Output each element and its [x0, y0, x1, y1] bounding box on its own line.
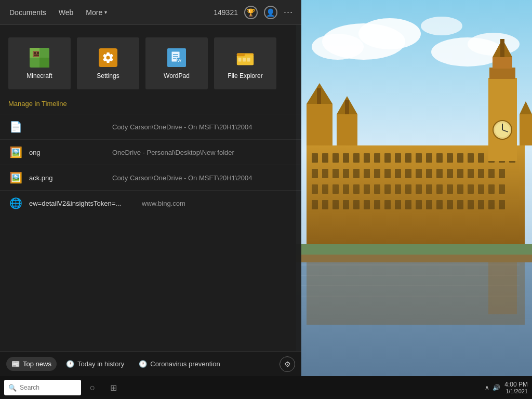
svg-rect-81: [416, 200, 422, 209]
svg-rect-113: [39, 58, 49, 68]
svg-rect-56: [353, 184, 360, 194]
clock[interactable]: 4:00 PM 1/1/2021: [504, 381, 528, 394]
coronavirus-icon: 🕐: [139, 360, 147, 368]
news-icon: 📰: [11, 360, 20, 368]
svg-text:W: W: [177, 58, 181, 63]
tab-today-history[interactable]: 🕐 Today in history: [61, 357, 129, 371]
recent-item-3-icon: 🖼️: [8, 170, 23, 185]
panel-nav: Documents Web More ▾ 149321 🏆 👤 ···: [0, 0, 301, 25]
svg-point-6: [421, 17, 462, 35]
recent-item-2-icon: 🖼️: [8, 145, 23, 159]
recent-item-4-name: ew=detailV2&insightsToken=...: [29, 200, 121, 207]
tab-top-news[interactable]: 📰 Top news: [6, 357, 57, 371]
svg-rect-62: [416, 184, 422, 194]
file-explorer-icon: [235, 47, 256, 68]
svg-rect-45: [436, 169, 443, 178]
svg-rect-19: [374, 153, 380, 163]
tab-coronavirus[interactable]: 🕐 Coronavirus prevention: [134, 357, 225, 371]
svg-rect-64: [436, 184, 443, 194]
svg-rect-65: [447, 184, 453, 194]
taskbar-tray: ∧ 🔊 4:00 PM 1/1/2021: [485, 381, 528, 394]
svg-rect-89: [499, 200, 505, 209]
tile-wordpad[interactable]: W WordPad: [145, 37, 208, 89]
recent-item-3[interactable]: 🖼️ ack.png Cody Carson\OneDrive - On MSF…: [0, 165, 301, 190]
svg-rect-75: [353, 200, 360, 209]
history-icon: 🕐: [66, 360, 74, 368]
svg-rect-88: [488, 200, 495, 209]
svg-rect-38: [364, 169, 370, 178]
svg-rect-22: [405, 153, 411, 163]
recent-item-1-icon: 📄: [8, 119, 23, 134]
svg-rect-77: [374, 200, 380, 209]
svg-rect-128: [238, 58, 242, 62]
svg-rect-93: [337, 114, 357, 145]
svg-rect-13: [312, 153, 318, 163]
tile-wordpad-label: WordPad: [164, 72, 190, 79]
tile-settings-label: Settings: [97, 72, 119, 79]
recent-item-4-path: www.bing.com: [142, 200, 185, 207]
svg-rect-95: [345, 100, 349, 114]
nav-web[interactable]: Web: [58, 6, 75, 19]
svg-rect-40: [384, 169, 391, 178]
svg-rect-27: [457, 153, 463, 163]
tab-top-news-label: Top news: [23, 360, 51, 368]
nav-documents[interactable]: Documents: [8, 6, 47, 19]
volume-icon[interactable]: 🔊: [493, 384, 500, 391]
svg-rect-52: [312, 184, 318, 194]
svg-rect-127: [237, 53, 245, 56]
recent-files-section: 📄 Cody Carson\OneDrive - On MSFT\20H1\20…: [0, 114, 301, 351]
svg-rect-20: [384, 153, 391, 163]
recent-item-3-path: Cody Carson\OneDrive - On MSFT\20H1\2004: [112, 174, 252, 182]
svg-rect-87: [478, 200, 484, 209]
svg-rect-46: [447, 169, 453, 178]
task-view-button[interactable]: ⊞: [104, 378, 123, 397]
profile-icon[interactable]: 👤: [264, 6, 277, 19]
search-box[interactable]: 🔍: [4, 380, 81, 395]
cortana-button[interactable]: ○: [83, 378, 102, 397]
nav-more-label: More: [86, 8, 102, 17]
svg-rect-55: [343, 184, 349, 194]
show-hidden-icon[interactable]: ∧: [485, 384, 489, 391]
svg-rect-117: [34, 55, 39, 56]
svg-point-2: [358, 18, 421, 49]
svg-rect-76: [364, 200, 370, 209]
svg-rect-14: [322, 153, 328, 163]
svg-rect-115: [34, 52, 36, 54]
recent-item-3-info: ack.png Cody Carson\OneDrive - On MSFT\2…: [29, 174, 293, 182]
svg-rect-68: [478, 184, 484, 194]
svg-rect-80: [405, 200, 411, 209]
recent-item-4[interactable]: 🌐 ew=detailV2&insightsToken=... www.bing…: [0, 190, 301, 216]
tile-file-explorer-label: File Explorer: [228, 72, 262, 79]
cortana-icon: ○: [90, 382, 96, 393]
manage-in-timeline-link[interactable]: Manage in Timeline: [0, 98, 301, 114]
taskbar: 🔍 ○ ⊞ ∧ 🔊 4:00 PM 1/1/2021: [0, 376, 532, 399]
recent-item-3-name: ack.png: [29, 174, 91, 182]
tile-minecraft[interactable]: Minecraft: [8, 37, 71, 89]
svg-rect-58: [374, 184, 380, 194]
svg-rect-51: [499, 169, 505, 178]
svg-rect-104: [500, 39, 504, 57]
nav-more[interactable]: More ▾: [85, 6, 108, 19]
svg-rect-110: [488, 262, 517, 314]
svg-rect-37: [353, 169, 360, 178]
more-dots-icon[interactable]: ···: [284, 7, 293, 18]
news-settings-button[interactable]: ⚙: [280, 356, 295, 372]
svg-rect-70: [499, 184, 505, 194]
svg-rect-85: [457, 200, 463, 209]
wordpad-icon: W: [166, 47, 187, 68]
svg-point-3: [312, 34, 364, 60]
recent-item-2[interactable]: 🖼️ ong OneDrive - Personal\Desktop\New f…: [0, 139, 301, 165]
svg-rect-57: [364, 184, 370, 194]
svg-rect-69: [488, 184, 495, 194]
svg-rect-24: [426, 153, 432, 163]
svg-rect-16: [343, 153, 349, 163]
trophy-icon[interactable]: 🏆: [244, 6, 258, 19]
tile-settings[interactable]: Settings: [77, 37, 139, 89]
recent-item-1[interactable]: 📄 Cody Carson\OneDrive - On MSFT\20H1\20…: [0, 114, 301, 139]
svg-rect-48: [468, 169, 474, 178]
tile-file-explorer[interactable]: File Explorer: [214, 37, 276, 89]
svg-rect-86: [468, 200, 474, 209]
svg-rect-42: [405, 169, 411, 178]
svg-rect-44: [426, 169, 432, 178]
svg-rect-67: [468, 184, 474, 194]
